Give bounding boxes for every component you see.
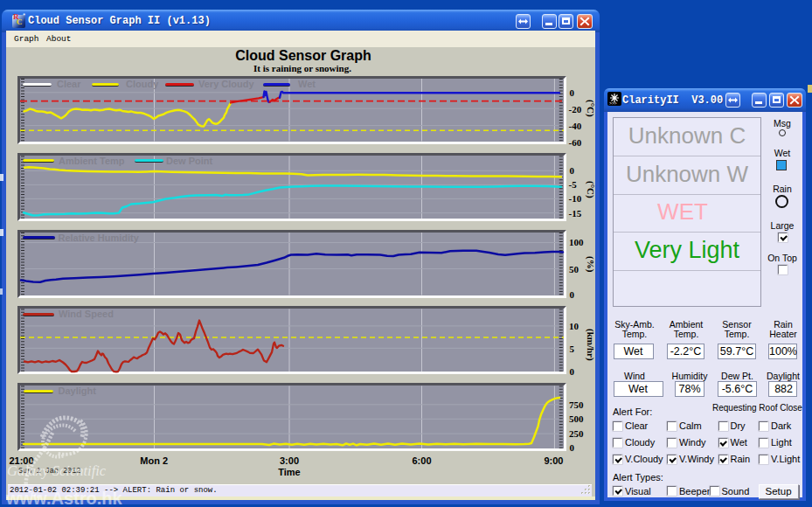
svg-text:>>>: >>> [609, 101, 617, 106]
